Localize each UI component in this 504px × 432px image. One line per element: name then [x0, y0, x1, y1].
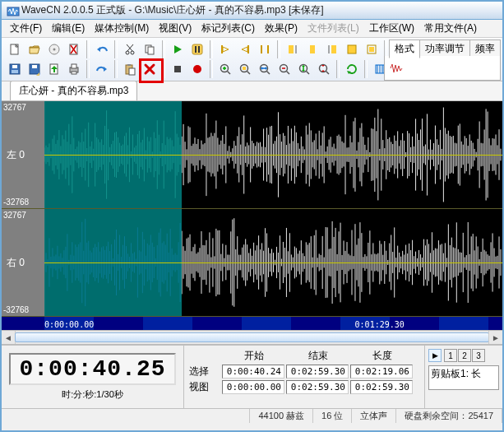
cd-icon[interactable]: [45, 40, 63, 58]
menu-edit[interactable]: 编辑(E): [47, 20, 90, 37]
svg-rect-45: [72, 72, 76, 74]
undo-icon[interactable]: [93, 40, 111, 58]
menu-effects[interactable]: 效果(P): [260, 20, 303, 37]
svg-marker-22: [242, 47, 247, 52]
side-tab-format[interactable]: 格式: [389, 39, 420, 58]
zoom-out-icon[interactable]: [275, 60, 294, 78]
pause-icon[interactable]: [188, 40, 206, 58]
record-icon[interactable]: [188, 60, 206, 78]
zoom-sel-icon[interactable]: [236, 60, 254, 78]
menu-filelist[interactable]: 文件列表(L): [303, 20, 364, 37]
mark-both-icon[interactable]: [256, 40, 274, 58]
sel-punch-icon[interactable]: [363, 40, 381, 58]
menu-media[interactable]: 媒体控制(M): [90, 20, 154, 37]
clip-slot-2[interactable]: 2: [458, 349, 471, 362]
window-title: WaveCN 2.0.0.5 正式版 - G:\Music\庄心妍 - 真的不容…: [21, 3, 324, 17]
separator: [364, 60, 368, 78]
menu-common[interactable]: 常用文件(A): [419, 20, 482, 37]
play-icon[interactable]: [169, 40, 187, 58]
axis-max-2: 32767: [3, 211, 26, 220]
bottom-panel: 0:00:40.25 时:分:秒:1/30秒 开始 结束 长度 选择 0:00:…: [2, 345, 502, 408]
separator: [162, 40, 165, 58]
separator: [162, 60, 165, 78]
open-icon[interactable]: [25, 40, 44, 58]
axis-left: 32767 左 0 -32768: [2, 101, 45, 208]
menu-workspace[interactable]: 工作区(W): [364, 20, 419, 37]
svg-point-9: [126, 51, 129, 54]
status-hz: 44100 赫兹: [250, 409, 313, 423]
close-file-icon[interactable]: [65, 40, 83, 58]
sel-end[interactable]: 0:02:59.30: [286, 365, 349, 379]
svg-rect-25: [289, 45, 294, 53]
view-len[interactable]: 0:02:59.30: [350, 380, 413, 394]
svg-line-77: [326, 72, 330, 75]
time-ruler[interactable]: 0:00:00.00 0:01:29.30: [2, 317, 502, 330]
separator: [210, 60, 213, 78]
zoom-v-out-icon[interactable]: [315, 60, 333, 78]
clipboard-label: 剪贴板1: 长: [428, 365, 499, 390]
view-start[interactable]: 0:00:00.00: [222, 380, 284, 394]
axis-right: 32767 右 0 -32768: [2, 209, 45, 316]
h-scrollbar[interactable]: ◄ ►: [2, 330, 502, 345]
svg-line-65: [267, 72, 270, 75]
sel-right-icon[interactable]: [323, 40, 341, 58]
svg-rect-28: [331, 45, 336, 53]
titlebar: WaveCN 2.0.0.5 正式版 - G:\Music\庄心妍 - 真的不容…: [2, 2, 502, 20]
scroll-right-arrow-icon[interactable]: ►: [488, 331, 502, 344]
saveas-icon[interactable]: [25, 60, 44, 78]
row-label-view: 视图: [189, 380, 222, 394]
svg-line-55: [228, 72, 231, 75]
app-window: WaveCN 2.0.0.5 正式版 - G:\Music\庄心妍 - 真的不容…: [0, 0, 504, 432]
mark-start-icon[interactable]: [216, 40, 234, 58]
paste-icon[interactable]: [121, 60, 139, 78]
menu-file[interactable]: 文件(F): [5, 20, 47, 37]
svg-line-73: [307, 72, 310, 75]
separator: [114, 40, 118, 58]
delete-icon[interactable]: [141, 60, 159, 78]
stop-icon[interactable]: [169, 60, 187, 78]
file-tab[interactable]: 庄心妍 - 真的不容易.mp3: [10, 81, 137, 100]
waveform-right-channel[interactable]: 32767 右 0 -32768: [2, 209, 502, 317]
waveform-area[interactable]: 32767 左 0 -32768 32767 右 0 -32768: [2, 101, 502, 330]
axis-max: 32767: [3, 103, 26, 112]
cut-icon[interactable]: [121, 40, 139, 58]
sel-len[interactable]: 0:02:19.06: [350, 365, 413, 379]
axis-min-2: -32768: [3, 305, 29, 314]
save-icon[interactable]: [6, 60, 24, 78]
export-icon[interactable]: [45, 60, 63, 78]
wave-canvas-right[interactable]: [44, 209, 502, 316]
copy-icon[interactable]: [141, 40, 159, 58]
scroll-left-arrow-icon[interactable]: ◄: [2, 331, 16, 344]
menu-view[interactable]: 视图(V): [154, 20, 197, 37]
new-icon[interactable]: [6, 40, 24, 58]
clip-slot-1[interactable]: 1: [444, 349, 457, 362]
svg-rect-36: [12, 65, 17, 68]
status-bar: 44100 赫兹 16 位 立体声 硬盘剩余空间：25417: [2, 408, 502, 423]
sel-mid-icon[interactable]: [303, 40, 321, 58]
menu-markers[interactable]: 标记列表(C): [197, 20, 260, 37]
wave-canvas-left[interactable]: [44, 101, 502, 208]
sel-all-icon[interactable]: [343, 40, 361, 58]
svg-rect-48: [127, 64, 131, 66]
sel-start[interactable]: 0:00:40.24: [222, 365, 284, 379]
clip-slot-3[interactable]: 3: [472, 349, 485, 362]
zoom-v-in-icon[interactable]: [295, 60, 313, 78]
midline: [44, 262, 502, 263]
view-end[interactable]: 0:02:59.30: [286, 380, 349, 394]
zoom-in-icon[interactable]: [216, 60, 234, 78]
col-len: 长度: [350, 349, 414, 363]
refresh-icon[interactable]: [343, 60, 361, 78]
scroll-thumb[interactable]: [15, 332, 489, 342]
redo-icon[interactable]: [93, 60, 111, 78]
separator: [86, 40, 90, 58]
info-row-selection: 选择 0:00:40.24 0:02:59.30 0:02:19.06: [189, 365, 419, 379]
toolbar-area: ?: [2, 38, 502, 81]
zoom-full-icon[interactable]: [256, 60, 274, 78]
mark-end-icon[interactable]: [236, 40, 254, 58]
sel-left-icon[interactable]: [284, 40, 302, 58]
channel-label-right: 右: [7, 257, 16, 268]
waveform-left-channel[interactable]: 32767 左 0 -32768: [2, 101, 502, 209]
print-icon[interactable]: [65, 60, 83, 78]
clipboard-play-icon[interactable]: ▶: [428, 349, 442, 362]
svg-rect-27: [310, 45, 315, 53]
